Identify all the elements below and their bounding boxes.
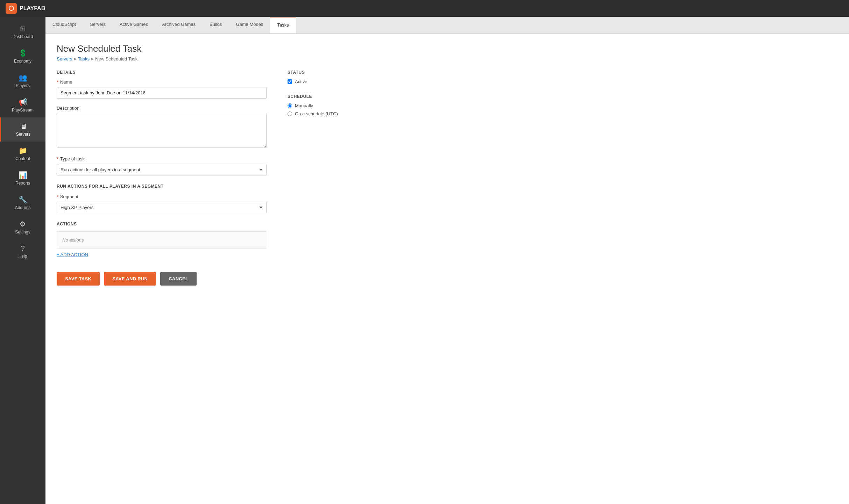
schedule-manually-text: Manually [295, 103, 313, 108]
economy-icon: 💲 [19, 49, 27, 57]
sidebar-item-dashboard[interactable]: ⊞ Dashboard [0, 20, 45, 44]
details-heading: DETAILS [57, 70, 267, 75]
breadcrumb: Servers ▶ Tasks ▶ New Scheduled Task [57, 56, 838, 62]
reports-icon: 📊 [19, 171, 27, 179]
schedule-section: SCHEDULE Manually On a schedule (UTC) [288, 94, 385, 116]
add-action-link[interactable]: + ADD ACTION [57, 249, 88, 261]
tab-cloudscript[interactable]: CloudScript [45, 17, 83, 33]
type-field-group: * Type of task Run actions for all playe… [57, 156, 267, 175]
sidebar-item-economy[interactable]: 💲 Economy [0, 44, 45, 69]
description-textarea[interactable] [57, 113, 267, 148]
sidebar-label-economy: Economy [14, 59, 31, 64]
sidebar-item-addons[interactable]: 🔧 Add-ons [0, 190, 45, 215]
description-label: Description [57, 106, 267, 111]
tabbar: CloudScript Servers Active Games Archive… [45, 17, 849, 34]
segment-required-star: * [57, 194, 59, 200]
active-label: Active [295, 79, 307, 84]
save-and-run-button[interactable]: SAVE AND RUN [104, 272, 156, 286]
tab-active-games[interactable]: Active Games [113, 17, 155, 33]
tab-servers[interactable]: Servers [83, 17, 113, 33]
schedule-utc-text: On a schedule (UTC) [295, 111, 338, 116]
segment-select[interactable]: High XP PlayersAll PlayersNew PlayersVIP… [57, 202, 267, 213]
sidebar-item-players[interactable]: 👥 Players [0, 69, 45, 93]
sidebar-item-help[interactable]: ? Help [0, 239, 45, 264]
sidebar-label-dashboard: Dashboard [13, 34, 33, 39]
cancel-button[interactable]: CANCEL [160, 272, 197, 286]
sidebar-item-playstream[interactable]: 📢 PlayStream [0, 93, 45, 117]
segment-label: * Segment [57, 194, 267, 200]
sidebar-item-servers[interactable]: 🖥 Servers [0, 117, 45, 142]
page-title: New Scheduled Task [57, 43, 838, 54]
logo: ⬡ PLAYFAB [6, 3, 45, 14]
content-icon: 📁 [19, 146, 27, 155]
sidebar-item-reports[interactable]: 📊 Reports [0, 166, 45, 190]
logo-icon: ⬡ [6, 3, 17, 14]
sidebar-label-content: Content [15, 156, 30, 161]
footer-buttons: SAVE TASK SAVE AND RUN CANCEL [57, 272, 267, 286]
sidebar-label-servers: Servers [16, 132, 30, 137]
sidebar-label-help: Help [19, 254, 27, 259]
schedule-utc-radio[interactable] [288, 111, 292, 116]
save-task-button[interactable]: SAVE TASK [57, 272, 100, 286]
breadcrumb-current: New Scheduled Task [95, 56, 137, 62]
sidebar-label-settings: Settings [15, 230, 30, 235]
schedule-manually-radio[interactable] [288, 103, 292, 108]
actions-area: No actions [57, 231, 267, 249]
type-required-star: * [57, 156, 59, 162]
type-select[interactable]: Run actions for all players in a segment… [57, 164, 267, 175]
sidebar-item-settings[interactable]: ⚙ Settings [0, 215, 45, 239]
sidebar-label-playstream: PlayStream [12, 108, 34, 113]
active-checkbox-label[interactable]: Active [288, 79, 385, 84]
settings-icon: ⚙ [20, 220, 26, 228]
tab-tasks[interactable]: Tasks [270, 17, 296, 33]
dashboard-icon: ⊞ [20, 24, 26, 33]
tab-builds[interactable]: Builds [203, 17, 229, 33]
sidebar-label-reports: Reports [15, 181, 30, 186]
status-heading: STATUS [288, 70, 385, 75]
status-section: STATUS Active [288, 70, 385, 84]
playstream-icon: 📢 [19, 98, 27, 106]
name-input[interactable] [57, 87, 267, 99]
sidebar: ⊞ Dashboard 💲 Economy 👥 Players 📢 PlaySt… [0, 17, 45, 504]
topbar: ⬡ PLAYFAB [0, 0, 849, 17]
players-icon: 👥 [19, 73, 27, 82]
schedule-manually-label[interactable]: Manually [288, 103, 385, 108]
name-label: * Name [57, 79, 267, 85]
sidebar-label-addons: Add-ons [15, 205, 31, 210]
breadcrumb-tasks[interactable]: Tasks [78, 56, 90, 62]
breadcrumb-sep-1: ▶ [74, 57, 77, 61]
type-label: * Type of task [57, 156, 267, 162]
sidebar-label-players: Players [16, 83, 30, 88]
schedule-radio-group: Manually On a schedule (UTC) [288, 103, 385, 116]
addons-icon: 🔧 [19, 195, 27, 204]
tab-game-modes[interactable]: Game Modes [229, 17, 270, 33]
name-field-group: * Name [57, 79, 267, 99]
segment-subsection-heading: RUN ACTIONS FOR ALL PLAYERS IN A SEGMENT [57, 184, 267, 189]
help-icon: ? [21, 244, 24, 252]
schedule-utc-label[interactable]: On a schedule (UTC) [288, 111, 385, 116]
app-name: PLAYFAB [20, 5, 45, 12]
name-required-star: * [57, 79, 59, 85]
actions-heading: ACTIONS [57, 222, 267, 226]
schedule-heading: SCHEDULE [288, 94, 385, 99]
no-actions-text: No actions [57, 232, 267, 248]
breadcrumb-servers[interactable]: Servers [57, 56, 72, 62]
active-checkbox[interactable] [288, 79, 292, 84]
sidebar-item-content[interactable]: 📁 Content [0, 142, 45, 166]
segment-field-group: * Segment High XP PlayersAll PlayersNew … [57, 194, 267, 213]
tab-archived-games[interactable]: Archived Games [155, 17, 203, 33]
breadcrumb-sep-2: ▶ [91, 57, 94, 61]
page-content: New Scheduled Task Servers ▶ Tasks ▶ New… [45, 34, 849, 504]
description-field-group: Description [57, 106, 267, 149]
servers-icon: 🖥 [20, 122, 27, 130]
